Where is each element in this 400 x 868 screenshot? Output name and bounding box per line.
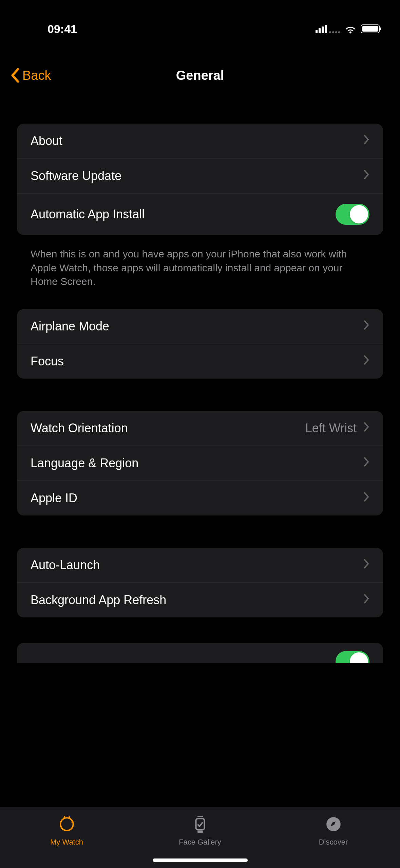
chevron-right-icon: [363, 559, 369, 572]
wifi-icon: [344, 24, 357, 34]
row-label: Apple ID: [31, 491, 77, 505]
tab-label: Face Gallery: [179, 838, 221, 847]
chevron-right-icon: [363, 134, 369, 147]
row-language-region[interactable]: Language & Region: [17, 446, 383, 481]
row-apple-id[interactable]: Apple ID: [17, 481, 383, 516]
tab-discover[interactable]: Discover: [267, 814, 400, 847]
row-background-app-refresh[interactable]: Background App Refresh: [17, 583, 383, 617]
group-footer: When this is on and you have apps on you…: [17, 242, 383, 309]
chevron-right-icon: [363, 355, 369, 368]
status-icons: [316, 24, 380, 34]
chevron-right-icon: [363, 422, 369, 435]
chevron-right-icon: [363, 492, 369, 505]
row-value: Left Wrist: [305, 421, 357, 435]
cellular-signal-icon: [316, 25, 340, 33]
chevron-left-icon: [10, 68, 20, 83]
settings-group-modes: Airplane Mode Focus: [17, 309, 383, 379]
row-label: Focus: [31, 354, 64, 368]
svg-point-1: [71, 821, 73, 823]
chevron-right-icon: [363, 169, 369, 182]
row-label: About: [31, 134, 62, 148]
chevron-right-icon: [363, 320, 369, 333]
page-title: General: [176, 68, 224, 83]
watch-icon: [57, 814, 77, 834]
row-enable-dictation: [17, 643, 383, 663]
settings-group-system: About Software Update Automatic App Inst…: [17, 124, 383, 235]
svg-point-0: [60, 818, 73, 831]
chevron-right-icon: [363, 457, 369, 470]
row-focus[interactable]: Focus: [17, 344, 383, 379]
row-label: Automatic App Install: [31, 207, 145, 221]
row-label: Watch Orientation: [31, 421, 128, 435]
row-label: Airplane Mode: [31, 319, 109, 333]
row-auto-launch[interactable]: Auto-Launch: [17, 548, 383, 583]
battery-icon: [361, 24, 380, 33]
back-label: Back: [22, 68, 51, 83]
row-label: Language & Region: [31, 456, 138, 470]
back-button[interactable]: Back: [10, 68, 51, 83]
row-airplane-mode[interactable]: Airplane Mode: [17, 309, 383, 344]
row-label: Background App Refresh: [31, 593, 166, 607]
row-watch-orientation[interactable]: Watch Orientation Left Wrist: [17, 411, 383, 446]
watchface-icon: [190, 814, 210, 834]
status-bar: 09:41: [0, 0, 400, 48]
home-indicator[interactable]: [153, 858, 248, 862]
row-label: Auto-Launch: [31, 558, 100, 572]
tab-label: My Watch: [50, 838, 83, 847]
status-time: 09:41: [47, 22, 77, 36]
settings-content: About Software Update Automatic App Inst…: [0, 96, 400, 663]
svg-rect-2: [196, 818, 204, 830]
tab-my-watch[interactable]: My Watch: [0, 814, 133, 847]
compass-icon: [323, 814, 344, 834]
row-about[interactable]: About: [17, 124, 383, 159]
settings-group-preferences: Watch Orientation Left Wrist Language & …: [17, 411, 383, 516]
row-automatic-app-install: Automatic App Install: [17, 194, 383, 235]
dictation-toggle[interactable]: [336, 651, 369, 663]
automatic-app-install-toggle[interactable]: [336, 204, 369, 225]
settings-group-apps: Auto-Launch Background App Refresh: [17, 548, 383, 617]
row-software-update[interactable]: Software Update: [17, 159, 383, 194]
navigation-bar: Back General: [0, 48, 400, 96]
tab-face-gallery[interactable]: Face Gallery: [133, 814, 267, 847]
row-label: Software Update: [31, 169, 121, 183]
chevron-right-icon: [363, 594, 369, 607]
tab-label: Discover: [319, 838, 348, 847]
